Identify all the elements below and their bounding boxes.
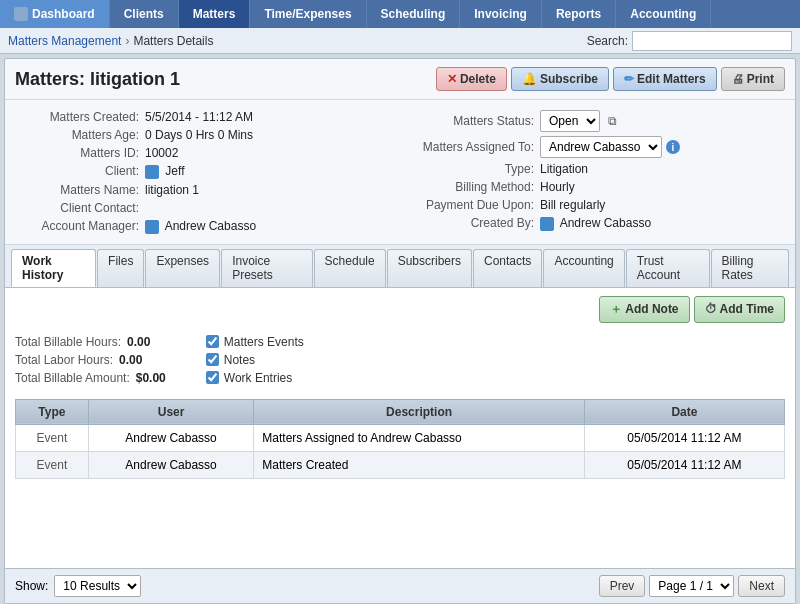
detail-manager: Account Manager: Andrew Cabasso bbox=[15, 219, 390, 234]
tab-billing-rates-label: Billing Rates bbox=[722, 254, 754, 282]
detail-payment: Payment Due Upon: Bill regularly bbox=[410, 198, 785, 212]
detail-id: Matters ID: 10002 bbox=[15, 146, 390, 160]
checkbox-notes[interactable]: Notes bbox=[206, 353, 304, 367]
tab-work-history-label: Work History bbox=[22, 254, 63, 282]
info-icon[interactable]: i bbox=[666, 140, 680, 154]
col-user: User bbox=[88, 399, 254, 424]
prev-button[interactable]: Prev bbox=[599, 575, 646, 597]
manager-value: Andrew Cabasso bbox=[145, 219, 256, 234]
top-navigation: Dashboard Clients Matters Time/Expenses … bbox=[0, 0, 800, 28]
cell-date: 05/05/2014 11:12 AM bbox=[584, 451, 784, 478]
assigned-select[interactable]: Andrew Cabasso bbox=[540, 136, 662, 158]
main-content: Matters: litigation 1 ✕ Delete 🔔 Subscri… bbox=[4, 58, 796, 604]
details-section: Matters Created: 5/5/2014 - 11:12 AM Mat… bbox=[5, 100, 795, 245]
nav-dashboard-label: Dashboard bbox=[32, 7, 95, 21]
nav-invoicing[interactable]: Invoicing bbox=[460, 0, 542, 28]
add-time-label: Add Time bbox=[720, 302, 774, 316]
created-by-user-icon bbox=[540, 217, 554, 231]
billing-label: Billing Method: bbox=[410, 180, 540, 194]
created-by-label: Created By: bbox=[410, 216, 540, 230]
notes-checkbox[interactable] bbox=[206, 353, 219, 366]
checkbox-work-entries[interactable]: Work Entries bbox=[206, 371, 304, 385]
cell-user: Andrew Cabasso bbox=[88, 451, 254, 478]
cell-type: Event bbox=[16, 451, 89, 478]
tab-contacts[interactable]: Contacts bbox=[473, 249, 542, 287]
tab-work-history[interactable]: Work History bbox=[11, 249, 96, 287]
stat-billable-amount: Total Billable Amount: $0.00 bbox=[15, 371, 166, 385]
page-select[interactable]: Page 1 / 1 bbox=[649, 575, 734, 597]
labor-hours-label: Total Labor Hours: bbox=[15, 353, 113, 367]
edit-label: Edit Matters bbox=[637, 72, 706, 86]
client-name: Jeff bbox=[165, 164, 184, 178]
col-description: Description bbox=[254, 399, 585, 424]
matters-events-checkbox[interactable] bbox=[206, 335, 219, 348]
add-note-button[interactable]: ＋ Add Note bbox=[599, 296, 689, 323]
edit-matters-button[interactable]: ✏ Edit Matters bbox=[613, 67, 717, 91]
work-entries-checkbox[interactable] bbox=[206, 371, 219, 384]
created-value: 5/5/2014 - 11:12 AM bbox=[145, 110, 253, 124]
tab-files[interactable]: Files bbox=[97, 249, 144, 287]
search-area: Search: bbox=[587, 31, 792, 51]
tab-schedule-label: Schedule bbox=[325, 254, 375, 268]
prev-label: Prev bbox=[610, 579, 635, 593]
checkbox-matters-events[interactable]: Matters Events bbox=[206, 335, 304, 349]
tab-billing-rates[interactable]: Billing Rates bbox=[711, 249, 790, 287]
add-time-icon: ⏱ bbox=[705, 302, 717, 316]
status-select[interactable]: Open bbox=[540, 110, 600, 132]
checkboxes-column: Matters Events Notes Work Entries bbox=[206, 335, 304, 385]
type-label: Type: bbox=[410, 162, 540, 176]
detail-status: Matters Status: Open ⧉ bbox=[410, 110, 785, 132]
tab-subscribers[interactable]: Subscribers bbox=[387, 249, 472, 287]
nav-reports[interactable]: Reports bbox=[542, 0, 616, 28]
nav-time-expenses[interactable]: Time/Expenses bbox=[250, 0, 366, 28]
contact-label: Client Contact: bbox=[15, 201, 145, 215]
stat-labor-hours: Total Labor Hours: 0.00 bbox=[15, 353, 166, 367]
status-label: Matters Status: bbox=[410, 114, 540, 128]
detail-billing: Billing Method: Hourly bbox=[410, 180, 785, 194]
print-button[interactable]: 🖨 Print bbox=[721, 67, 785, 91]
tab-invoice-presets[interactable]: Invoice Presets bbox=[221, 249, 312, 287]
detail-client: Client: Jeff bbox=[15, 164, 390, 179]
nav-scheduling-label: Scheduling bbox=[381, 7, 446, 21]
nav-accounting[interactable]: Accounting bbox=[616, 0, 711, 28]
col-user-label: User bbox=[158, 405, 185, 419]
cell-date: 05/05/2014 11:12 AM bbox=[584, 424, 784, 451]
nav-clients[interactable]: Clients bbox=[110, 0, 179, 28]
search-input[interactable] bbox=[632, 31, 792, 51]
add-note-label: Add Note bbox=[625, 302, 678, 316]
cell-description: Matters Created bbox=[254, 451, 585, 478]
created-label: Matters Created: bbox=[15, 110, 145, 124]
next-button[interactable]: Next bbox=[738, 575, 785, 597]
tab-trust-account-label: Trust Account bbox=[637, 254, 680, 282]
add-time-button[interactable]: ⏱ Add Time bbox=[694, 296, 785, 323]
delete-button[interactable]: ✕ Delete bbox=[436, 67, 507, 91]
table-row: Event Andrew Cabasso Matters Assigned to… bbox=[16, 424, 785, 451]
nav-dashboard[interactable]: Dashboard bbox=[0, 0, 110, 28]
show-select[interactable]: 10 Results 25 Results 50 Results All bbox=[54, 575, 141, 597]
tab-trust-account[interactable]: Trust Account bbox=[626, 249, 710, 287]
delete-label: Delete bbox=[460, 72, 496, 86]
manager-user-icon bbox=[145, 220, 159, 234]
age-label: Matters Age: bbox=[15, 128, 145, 142]
client-user-icon bbox=[145, 165, 159, 179]
nav-matters-label: Matters bbox=[193, 7, 236, 21]
tab-expenses[interactable]: Expenses bbox=[145, 249, 220, 287]
detail-name: Matters Name: litigation 1 bbox=[15, 183, 390, 197]
copy-icon[interactable]: ⧉ bbox=[604, 113, 620, 129]
type-value: Litigation bbox=[540, 162, 588, 176]
nav-scheduling[interactable]: Scheduling bbox=[367, 0, 461, 28]
breadcrumb-current: Matters Details bbox=[133, 34, 213, 48]
breadcrumb-parent[interactable]: Matters Management bbox=[8, 34, 121, 48]
notes-label: Notes bbox=[224, 353, 255, 367]
nav-invoicing-label: Invoicing bbox=[474, 7, 527, 21]
stats-column: Total Billable Hours: 0.00 Total Labor H… bbox=[15, 335, 166, 385]
breadcrumb-bar: Matters Management › Matters Details Sea… bbox=[0, 28, 800, 54]
tab-schedule[interactable]: Schedule bbox=[314, 249, 386, 287]
subscribe-button[interactable]: 🔔 Subscribe bbox=[511, 67, 609, 91]
nav-matters[interactable]: Matters bbox=[179, 0, 251, 28]
client-label: Client: bbox=[15, 164, 145, 178]
delete-icon: ✕ bbox=[447, 72, 457, 86]
tab-accounting[interactable]: Accounting bbox=[543, 249, 624, 287]
detail-assigned: Matters Assigned To: Andrew Cabasso i bbox=[410, 136, 785, 158]
bell-icon: 🔔 bbox=[522, 72, 537, 86]
